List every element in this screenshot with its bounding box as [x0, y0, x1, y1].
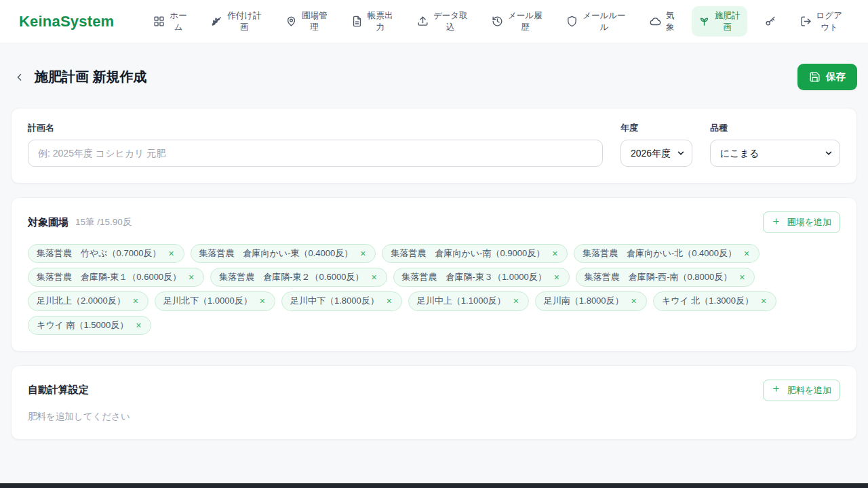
- nav-item-label: 作付け計 画: [227, 10, 261, 33]
- field-tag-label: キウイ 南（1.5000反）: [37, 319, 128, 331]
- remove-tag-button[interactable]: ×: [743, 248, 751, 259]
- remove-tag-button[interactable]: ×: [187, 272, 195, 283]
- field-tag: 足川北下（1.0000反）×: [155, 291, 275, 310]
- field-tag: 足川南（1.8000反）×: [535, 291, 647, 310]
- add-fertilizer-button[interactable]: 肥料を追加: [763, 380, 840, 401]
- field-tag-label: 集落営農 倉庫隣-東２（0.6000反）: [219, 271, 363, 283]
- sprout-icon: [698, 16, 710, 27]
- save-icon: [809, 71, 821, 83]
- document-icon: [351, 16, 363, 27]
- field-tag: キウイ 南（1.5000反）×: [28, 316, 151, 335]
- field-tag-label: 足川北下（1.0000反）: [163, 295, 252, 307]
- field-tag: 足川北上（2.0000反）×: [28, 291, 149, 310]
- nav-item-mail-rules[interactable]: メールルー ル: [559, 6, 632, 37]
- remove-tag-button[interactable]: ×: [553, 272, 561, 283]
- top-navigation: KeinaSystem ホー ム作付け計 画圃場管 理帳票出 力データ取 込メー…: [0, 0, 868, 43]
- field-tag-label: 集落営農 竹やぶ（0.7000反）: [37, 247, 161, 260]
- chevron-left-icon: [14, 71, 25, 83]
- nav-item-report-output[interactable]: 帳票出 力: [344, 6, 400, 37]
- year-label: 年度: [620, 122, 692, 134]
- nav-item-label: 気 象: [666, 10, 675, 33]
- save-button[interactable]: 保存: [797, 64, 857, 90]
- nav-item-field-mgmt[interactable]: 圃場管 理: [279, 6, 334, 37]
- remove-tag-button[interactable]: ×: [132, 296, 140, 306]
- plan-info-card: 計画名 年度 2026年度 品種 にこまる: [11, 108, 857, 184]
- field-tag: 集落営農 倉庫隣-東２（0.6000反）×: [210, 268, 387, 287]
- year-select[interactable]: 2026年度: [620, 140, 692, 167]
- grid-icon: [153, 16, 165, 27]
- nav-item-label: データ取 込: [433, 10, 468, 33]
- nav-item-label: ホー ム: [170, 10, 186, 33]
- field-tag-label: 集落営農 倉庫向かい-南（0.9000反）: [391, 247, 545, 260]
- fields-count-text: 15筆 /15.90反: [75, 216, 132, 228]
- variety-label: 品種: [710, 122, 840, 134]
- variety-select[interactable]: にこまる: [710, 140, 840, 167]
- remove-tag-button[interactable]: ×: [512, 296, 520, 306]
- remove-tag-button[interactable]: ×: [760, 296, 768, 306]
- nav-item-mail-history[interactable]: メール履 歴: [485, 6, 549, 37]
- auto-calc-card: 自動計算設定 肥料を追加 肥料を追加してください: [11, 365, 857, 440]
- field-tag: 集落営農 倉庫隣-西-南（0.8000反）×: [576, 268, 755, 287]
- field-tag: 集落営農 倉庫向かい-東（0.4000反）×: [191, 244, 376, 263]
- nav-item-weather[interactable]: 気 象: [643, 6, 682, 37]
- field-tag-label: キウイ 北（1.3000反）: [662, 295, 753, 307]
- nav-item-home[interactable]: ホー ム: [146, 6, 193, 37]
- field-tag-label: 集落営農 倉庫隣-東１（0.6000反）: [37, 271, 181, 283]
- nav-item-password[interactable]: [757, 12, 783, 31]
- upload-icon: [417, 16, 429, 27]
- nav-item-label: メールルー ル: [583, 10, 625, 33]
- nav-item-fertilization-plan[interactable]: 施肥計 画: [692, 6, 747, 37]
- map-pin-icon: [285, 16, 297, 27]
- nav-item-label: ログア ウト: [816, 10, 842, 33]
- brand-logo: KeinaSystem: [19, 13, 114, 30]
- remove-tag-button[interactable]: ×: [551, 248, 559, 259]
- add-field-button[interactable]: 圃場を追加: [763, 211, 840, 233]
- nav-item-planting-plan[interactable]: 作付け計 画: [204, 6, 268, 37]
- plan-name-input[interactable]: [28, 140, 603, 167]
- nav-item-label: メール履 歴: [508, 10, 542, 33]
- remove-tag-button[interactable]: ×: [385, 296, 393, 306]
- page-header: 施肥計画 新規作成 保存: [11, 64, 857, 90]
- field-tag-label: 足川中下（1.8000反）: [290, 295, 379, 307]
- plus-icon: [772, 384, 783, 396]
- key-icon: [764, 16, 776, 27]
- field-tag: 足川中下（1.8000反）×: [281, 291, 402, 310]
- fertilizer-empty-text: 肥料を追加してください: [28, 411, 840, 423]
- page-title: 施肥計画 新規作成: [35, 68, 147, 86]
- remove-tag-button[interactable]: ×: [258, 296, 267, 306]
- back-button[interactable]: [11, 68, 28, 85]
- field-tag: 足川中上（1.1000反）×: [408, 291, 529, 310]
- nav-item-label: 施肥計 画: [715, 10, 741, 33]
- nav-item-logout[interactable]: ログア ウト: [793, 6, 849, 37]
- save-button-label: 保存: [826, 70, 846, 83]
- field-tag-label: 足川中上（1.1000反）: [417, 295, 506, 307]
- target-fields-title: 対象圃場: [28, 216, 68, 229]
- plus-icon: [772, 217, 783, 228]
- remove-tag-button[interactable]: ×: [370, 272, 378, 283]
- field-tag-label: 集落営農 倉庫隣-東３（1.0000反）: [402, 271, 547, 283]
- remove-tag-button[interactable]: ×: [359, 248, 367, 259]
- field-tag: キウイ 北（1.3000反）×: [653, 291, 776, 310]
- field-tag: 集落営農 倉庫向かい-北（0.4000反）×: [574, 244, 760, 263]
- remove-tag-button[interactable]: ×: [167, 248, 175, 259]
- plan-name-label: 計画名: [28, 122, 603, 134]
- field-tag-label: 集落営農 倉庫向かい-東（0.4000反）: [199, 247, 353, 260]
- shield-icon: [566, 16, 578, 27]
- nav-item-label: 圃場管 理: [302, 10, 328, 33]
- remove-tag-button[interactable]: ×: [738, 272, 746, 283]
- nav-item-data-import[interactable]: データ取 込: [410, 6, 475, 37]
- remove-tag-button[interactable]: ×: [134, 320, 142, 331]
- field-tag-label: 集落営農 倉庫向かい-北（0.4000反）: [583, 247, 736, 260]
- wheat-icon: [211, 16, 222, 27]
- cloud-icon: [650, 16, 661, 27]
- nav-items: ホー ム作付け計 画圃場管 理帳票出 力データ取 込メール履 歴メールルー ル気…: [146, 6, 849, 37]
- target-fields-card: 対象圃場 15筆 /15.90反 圃場を追加 集落営農 竹やぶ（0.7000反）…: [11, 197, 857, 352]
- remove-tag-button[interactable]: ×: [630, 296, 638, 306]
- field-tag: 集落営農 竹やぶ（0.7000反）×: [28, 244, 184, 263]
- field-tag: 集落営農 倉庫隣-東３（1.0000反）×: [393, 268, 570, 287]
- add-field-button-label: 圃場を追加: [787, 216, 831, 228]
- history-icon: [492, 16, 503, 27]
- field-tag-label: 足川南（1.8000反）: [544, 295, 624, 307]
- nav-item-label: 帳票出 力: [368, 10, 393, 33]
- bottom-bar: [0, 483, 868, 488]
